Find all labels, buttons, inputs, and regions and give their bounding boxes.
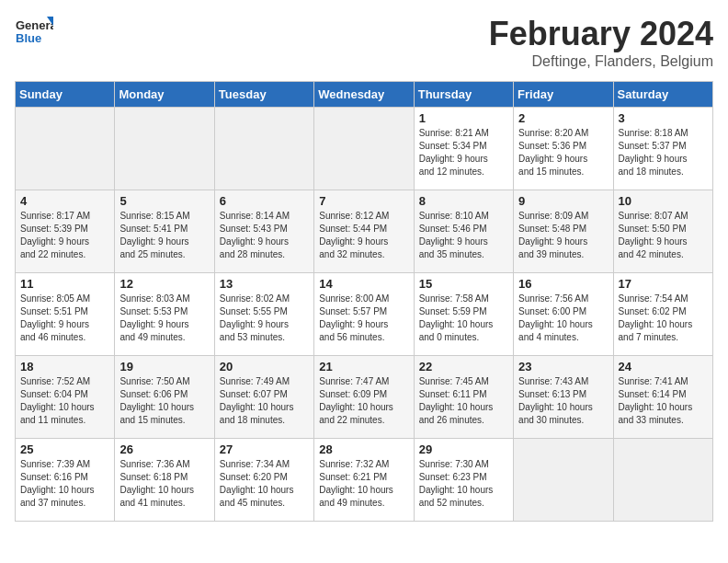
calendar-cell: 11Sunrise: 8:05 AM Sunset: 5:51 PM Dayli… [16, 273, 115, 356]
day-number: 2 [518, 111, 608, 125]
week-row-4: 18Sunrise: 7:52 AM Sunset: 6:04 PM Dayli… [16, 356, 713, 439]
calendar-cell: 12Sunrise: 8:03 AM Sunset: 5:53 PM Dayli… [115, 273, 214, 356]
calendar-cell [613, 439, 712, 522]
day-number: 18 [20, 360, 109, 373]
calendar-cell: 1Sunrise: 8:21 AM Sunset: 5:34 PM Daylig… [414, 108, 513, 190]
month-year-title: February 2024 [489, 15, 713, 53]
calendar-cell: 13Sunrise: 8:02 AM Sunset: 5:55 PM Dayli… [214, 273, 313, 356]
calendar-cell: 21Sunrise: 7:47 AM Sunset: 6:09 PM Dayli… [314, 356, 414, 439]
calendar-cell [514, 439, 613, 522]
day-number: 25 [20, 442, 109, 456]
weekday-header-tuesday: Tuesday [214, 82, 313, 108]
calendar-cell [16, 108, 115, 190]
title-block: February 2024 Deftinge, Flanders, Belgiu… [489, 15, 713, 70]
day-number: 20 [220, 360, 309, 373]
week-row-2: 4Sunrise: 8:17 AM Sunset: 5:39 PM Daylig… [16, 190, 713, 273]
day-number: 10 [619, 194, 708, 208]
calendar-cell: 14Sunrise: 8:00 AM Sunset: 5:57 PM Dayli… [314, 273, 414, 356]
cell-info: Sunrise: 7:36 AM Sunset: 6:18 PM Dayligh… [119, 458, 209, 510]
cell-info: Sunrise: 7:52 AM Sunset: 6:04 PM Dayligh… [20, 375, 109, 427]
calendar-cell: 8Sunrise: 8:10 AM Sunset: 5:46 PM Daylig… [414, 190, 513, 273]
day-number: 5 [119, 194, 209, 208]
cell-info: Sunrise: 8:10 AM Sunset: 5:46 PM Dayligh… [419, 210, 508, 261]
day-number: 17 [619, 277, 708, 291]
cell-info: Sunrise: 8:03 AM Sunset: 5:53 PM Dayligh… [119, 293, 209, 344]
day-number: 1 [419, 111, 508, 125]
calendar-cell: 10Sunrise: 8:07 AM Sunset: 5:50 PM Dayli… [613, 190, 712, 273]
cell-info: Sunrise: 8:12 AM Sunset: 5:44 PM Dayligh… [319, 210, 408, 261]
calendar-cell: 7Sunrise: 8:12 AM Sunset: 5:44 PM Daylig… [314, 190, 414, 273]
weekday-header-wednesday: Wednesday [314, 82, 414, 108]
day-number: 12 [119, 277, 209, 291]
day-number: 28 [319, 442, 408, 456]
calendar-cell: 26Sunrise: 7:36 AM Sunset: 6:18 PM Dayli… [115, 439, 214, 522]
svg-text:General: General [16, 18, 53, 32]
cell-info: Sunrise: 8:18 AM Sunset: 5:37 PM Dayligh… [619, 127, 708, 178]
weekday-header-monday: Monday [115, 82, 214, 108]
calendar-cell: 28Sunrise: 7:32 AM Sunset: 6:21 PM Dayli… [314, 439, 414, 522]
weekday-header-row: SundayMondayTuesdayWednesdayThursdayFrid… [16, 82, 713, 108]
cell-info: Sunrise: 7:41 AM Sunset: 6:14 PM Dayligh… [619, 375, 708, 427]
cell-info: Sunrise: 8:15 AM Sunset: 5:41 PM Dayligh… [119, 210, 209, 261]
day-number: 15 [419, 277, 508, 291]
calendar-cell: 16Sunrise: 7:56 AM Sunset: 6:00 PM Dayli… [514, 273, 613, 356]
cell-info: Sunrise: 8:00 AM Sunset: 5:57 PM Dayligh… [319, 293, 408, 344]
day-number: 21 [319, 360, 408, 373]
calendar-cell [214, 108, 313, 190]
weekday-header-thursday: Thursday [414, 82, 513, 108]
week-row-5: 25Sunrise: 7:39 AM Sunset: 6:16 PM Dayli… [16, 439, 713, 522]
calendar-cell: 6Sunrise: 8:14 AM Sunset: 5:43 PM Daylig… [214, 190, 313, 273]
day-number: 27 [220, 442, 309, 456]
calendar-cell [115, 108, 214, 190]
calendar-cell [314, 108, 414, 190]
calendar-cell: 15Sunrise: 7:58 AM Sunset: 5:59 PM Dayli… [414, 273, 513, 356]
calendar-cell: 24Sunrise: 7:41 AM Sunset: 6:14 PM Dayli… [613, 356, 712, 439]
day-number: 7 [319, 194, 408, 208]
cell-info: Sunrise: 8:20 AM Sunset: 5:36 PM Dayligh… [518, 127, 608, 178]
week-row-3: 11Sunrise: 8:05 AM Sunset: 5:51 PM Dayli… [16, 273, 713, 356]
cell-info: Sunrise: 7:30 AM Sunset: 6:23 PM Dayligh… [419, 458, 508, 510]
calendar-cell: 25Sunrise: 7:39 AM Sunset: 6:16 PM Dayli… [16, 439, 115, 522]
weekday-header-friday: Friday [514, 82, 613, 108]
cell-info: Sunrise: 8:09 AM Sunset: 5:48 PM Dayligh… [518, 210, 608, 261]
logo: General Blue [15, 15, 53, 53]
calendar-cell: 3Sunrise: 8:18 AM Sunset: 5:37 PM Daylig… [613, 108, 712, 190]
calendar-cell: 27Sunrise: 7:34 AM Sunset: 6:20 PM Dayli… [214, 439, 313, 522]
day-number: 6 [220, 194, 309, 208]
calendar-table: SundayMondayTuesdayWednesdayThursdayFrid… [15, 81, 713, 522]
cell-info: Sunrise: 7:32 AM Sunset: 6:21 PM Dayligh… [319, 458, 408, 510]
location-subtitle: Deftinge, Flanders, Belgium [489, 53, 713, 70]
cell-info: Sunrise: 7:34 AM Sunset: 6:20 PM Dayligh… [220, 458, 309, 510]
day-number: 16 [518, 277, 608, 291]
calendar-cell: 29Sunrise: 7:30 AM Sunset: 6:23 PM Dayli… [414, 439, 513, 522]
cell-info: Sunrise: 8:14 AM Sunset: 5:43 PM Dayligh… [220, 210, 309, 261]
calendar-cell: 23Sunrise: 7:43 AM Sunset: 6:13 PM Dayli… [514, 356, 613, 439]
cell-info: Sunrise: 8:21 AM Sunset: 5:34 PM Dayligh… [419, 127, 508, 178]
cell-info: Sunrise: 7:56 AM Sunset: 6:00 PM Dayligh… [518, 293, 608, 344]
cell-info: Sunrise: 7:49 AM Sunset: 6:07 PM Dayligh… [220, 375, 309, 427]
day-number: 9 [518, 194, 608, 208]
calendar-cell: 19Sunrise: 7:50 AM Sunset: 6:06 PM Dayli… [115, 356, 214, 439]
logo-svg: General Blue [15, 15, 53, 53]
day-number: 13 [220, 277, 309, 291]
calendar-cell: 18Sunrise: 7:52 AM Sunset: 6:04 PM Dayli… [16, 356, 115, 439]
cell-info: Sunrise: 8:05 AM Sunset: 5:51 PM Dayligh… [20, 293, 109, 344]
week-row-1: 1Sunrise: 8:21 AM Sunset: 5:34 PM Daylig… [16, 108, 713, 190]
day-number: 11 [20, 277, 109, 291]
day-number: 4 [20, 194, 109, 208]
cell-info: Sunrise: 7:58 AM Sunset: 5:59 PM Dayligh… [419, 293, 508, 344]
cell-info: Sunrise: 7:50 AM Sunset: 6:06 PM Dayligh… [119, 375, 209, 427]
weekday-header-saturday: Saturday [613, 82, 712, 108]
cell-info: Sunrise: 7:39 AM Sunset: 6:16 PM Dayligh… [20, 458, 109, 510]
calendar-cell: 20Sunrise: 7:49 AM Sunset: 6:07 PM Dayli… [214, 356, 313, 439]
day-number: 29 [419, 442, 508, 456]
calendar-cell: 4Sunrise: 8:17 AM Sunset: 5:39 PM Daylig… [16, 190, 115, 273]
page-header: General Blue February 2024 Deftinge, Fla… [15, 15, 713, 70]
day-number: 14 [319, 277, 408, 291]
day-number: 22 [419, 360, 508, 373]
calendar-cell: 2Sunrise: 8:20 AM Sunset: 5:36 PM Daylig… [514, 108, 613, 190]
cell-info: Sunrise: 7:45 AM Sunset: 6:11 PM Dayligh… [419, 375, 508, 427]
cell-info: Sunrise: 8:07 AM Sunset: 5:50 PM Dayligh… [619, 210, 708, 261]
calendar-cell: 22Sunrise: 7:45 AM Sunset: 6:11 PM Dayli… [414, 356, 513, 439]
cell-info: Sunrise: 8:02 AM Sunset: 5:55 PM Dayligh… [220, 293, 309, 344]
